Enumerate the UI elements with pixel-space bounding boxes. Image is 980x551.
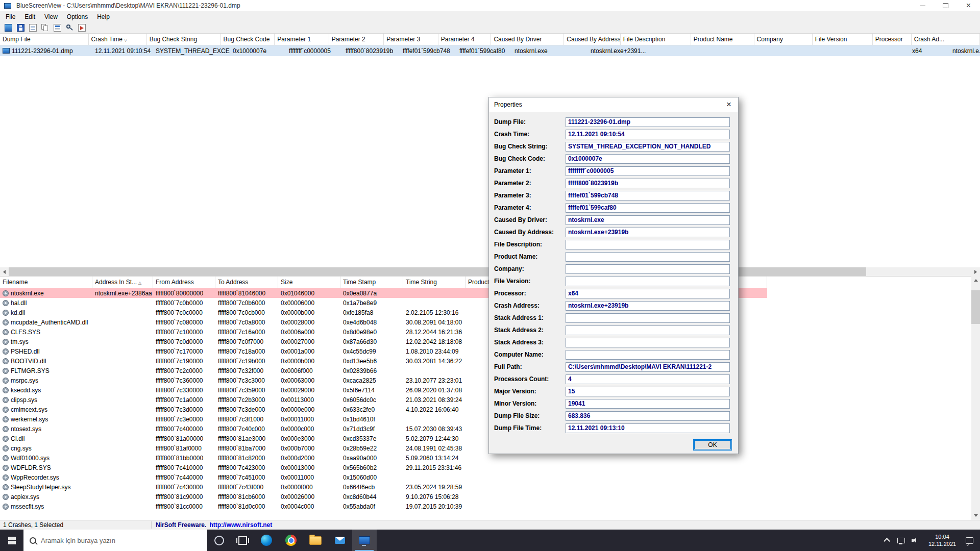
taskbar-app-chrome[interactable] <box>279 530 303 551</box>
find-button[interactable] <box>64 22 75 33</box>
column-header-dump-file[interactable]: Dump File <box>0 34 89 45</box>
ok-button[interactable]: OK <box>693 439 732 450</box>
property-value[interactable]: 15 <box>566 387 730 396</box>
property-value[interactable]: fffff800`8023919b <box>566 179 730 188</box>
property-value[interactable]: 12.11.2021 09:10:54 <box>566 130 730 139</box>
taskbar-app-edge[interactable] <box>254 530 279 551</box>
column-header-bug-check-string[interactable]: Bug Check String <box>147 34 221 45</box>
property-value[interactable]: SYSTEM_THREAD_EXCEPTION_NOT_HANDLED <box>566 142 730 152</box>
tray-volume-button[interactable] <box>908 537 922 543</box>
cell: 12.11.2021 09:10:54 <box>92 45 153 56</box>
menu-view[interactable]: View <box>40 12 62 22</box>
property-value[interactable] <box>566 338 730 347</box>
column-header-crash-ad[interactable]: Crash Ad... <box>912 34 980 45</box>
menu-edit[interactable]: Edit <box>20 12 40 22</box>
copy-button[interactable] <box>39 22 51 33</box>
driver-icon <box>3 339 9 345</box>
property-value[interactable] <box>566 325 730 335</box>
property-value[interactable]: 4 <box>566 374 730 384</box>
driver-row-mssecflt.sys[interactable]: mssecflt.sysfffff800`81cc0000fffff800`81… <box>0 502 767 511</box>
taskbar-app-file-explorer[interactable] <box>303 530 328 551</box>
cell: 0x15060d00 <box>340 472 403 482</box>
property-value[interactable] <box>566 277 730 286</box>
driver-row-SleepStudyHelper.sys[interactable]: SleepStudyHelper.sysfffff800`7c430000fff… <box>0 482 767 492</box>
property-value[interactable]: C:\Users\mhmmd\Desktop\MAVI EKRAN\111221… <box>566 362 730 372</box>
column-header-size[interactable]: Size <box>278 277 340 288</box>
tray-display-button[interactable] <box>894 538 908 543</box>
column-header-product-name[interactable]: Product Name <box>691 34 754 45</box>
property-value[interactable]: ffffffff`c0000005 <box>566 166 730 176</box>
taskbar-search-input[interactable]: Aramak için buraya yazın <box>23 530 207 551</box>
taskbar-app-mail[interactable] <box>328 530 352 551</box>
property-value[interactable]: 111221-23296-01.dmp <box>566 117 730 127</box>
driver-row-acpiex.sys[interactable]: acpiex.sysfffff800`81c90000fffff800`81cb… <box>0 492 767 502</box>
save-button[interactable] <box>15 22 26 33</box>
column-header-filename[interactable]: Filename <box>0 277 92 288</box>
taskbar-app-bluescreenview[interactable] <box>352 530 377 551</box>
upper-row[interactable]: 111221-23296-01.dmp12.11.2021 09:10:54SY… <box>0 45 980 56</box>
property-value[interactable] <box>566 252 730 262</box>
property-value[interactable]: 12.11.2021 09:13:10 <box>566 423 730 433</box>
driver-row-Wdf01000.sys[interactable]: Wdf01000.sysfffff800`81bb0000fffff800`81… <box>0 453 767 463</box>
property-value[interactable]: ntoskrnl.exe+23919b <box>566 228 730 237</box>
property-value[interactable] <box>566 264 730 274</box>
nirsoft-link[interactable]: http://www.nirsoft.net <box>209 521 272 529</box>
property-value[interactable]: ffffef01`599caf80 <box>566 203 730 213</box>
menu-file[interactable]: File <box>1 12 20 22</box>
property-value[interactable]: x64 <box>566 289 730 298</box>
property-value[interactable]: 0x1000007e <box>566 154 730 164</box>
property-value[interactable] <box>566 240 730 249</box>
column-header-from-address[interactable]: From Address <box>153 277 215 288</box>
property-value[interactable] <box>566 350 730 360</box>
start-button[interactable] <box>0 530 23 551</box>
action-center-button[interactable] <box>962 537 976 544</box>
scroll-left-arrow-icon[interactable] <box>0 267 9 276</box>
property-value[interactable]: 19041 <box>566 399 730 409</box>
column-header-time-stamp[interactable]: Time Stamp <box>340 277 403 288</box>
column-header-bug-check-code[interactable]: Bug Check Code <box>221 34 275 45</box>
driver-row-WDFLDR.SYS[interactable]: WDFLDR.SYSfffff800`7c410000fffff800`7c42… <box>0 463 767 472</box>
driver-row-WppRecorder.sys[interactable]: WppRecorder.sysfffff800`7c440000fffff800… <box>0 472 767 482</box>
dialog-title-bar: Properties <box>489 97 738 112</box>
properties-button[interactable] <box>52 22 63 33</box>
property-value[interactable]: ntoskrnl.exe+23919b <box>566 301 730 311</box>
report-button[interactable] <box>27 22 38 33</box>
column-header-parameter-2[interactable]: Parameter 2 <box>329 34 384 45</box>
property-value[interactable] <box>566 313 730 323</box>
column-header-parameter-3[interactable]: Parameter 3 <box>384 34 438 45</box>
vertical-scrollbar[interactable] <box>971 276 980 520</box>
column-header-file-description[interactable]: File Description <box>621 34 691 45</box>
tray-expand-button[interactable] <box>879 537 894 543</box>
property-value[interactable]: 683.836 <box>566 411 730 421</box>
taskbar-clock[interactable]: 10:04 12.11.2021 <box>922 533 962 547</box>
column-header-caused-by-address[interactable]: Caused By Address <box>564 34 620 45</box>
open-dump-button[interactable] <box>3 22 14 33</box>
column-header-caused-by-driver[interactable]: Caused By Driver <box>491 34 564 45</box>
column-header-parameter-4[interactable]: Parameter 4 <box>438 34 492 45</box>
property-value[interactable]: ntoskrnl.exe <box>566 215 730 225</box>
cortana-button[interactable] <box>207 530 231 551</box>
task-view-button[interactable] <box>231 530 254 551</box>
column-header-to-address[interactable]: To Address <box>215 277 278 288</box>
close-button[interactable] <box>957 0 980 11</box>
property-value[interactable]: ffffef01`599cb748 <box>566 191 730 201</box>
vertical-scrollbar-thumb[interactable] <box>971 290 980 324</box>
cell: 0x55abda0f <box>340 502 403 511</box>
minimize-button[interactable] <box>911 0 934 11</box>
scroll-right-arrow-icon[interactable] <box>971 267 980 276</box>
cell: fffff800`7c32f000 <box>215 366 278 375</box>
advanced-options-button[interactable] <box>76 22 87 33</box>
menu-help[interactable]: Help <box>92 12 114 22</box>
column-header-time-string[interactable]: Time String <box>403 277 465 288</box>
dialog-close-icon[interactable] <box>723 98 735 110</box>
column-header-parameter-1[interactable]: Parameter 1 <box>275 34 329 45</box>
menu-options[interactable]: Options <box>62 12 92 22</box>
column-header-processor[interactable]: Processor <box>873 34 912 45</box>
scroll-down-arrow-icon[interactable] <box>971 511 980 520</box>
scroll-up-arrow-icon[interactable] <box>971 276 980 285</box>
column-header-address-in-st[interactable]: Address In St... <box>92 277 153 288</box>
column-header-company[interactable]: Company <box>754 34 813 45</box>
maximize-button[interactable] <box>934 0 957 11</box>
column-header-crash-time[interactable]: Crash Time <box>89 34 147 45</box>
column-header-file-version[interactable]: File Version <box>813 34 873 45</box>
